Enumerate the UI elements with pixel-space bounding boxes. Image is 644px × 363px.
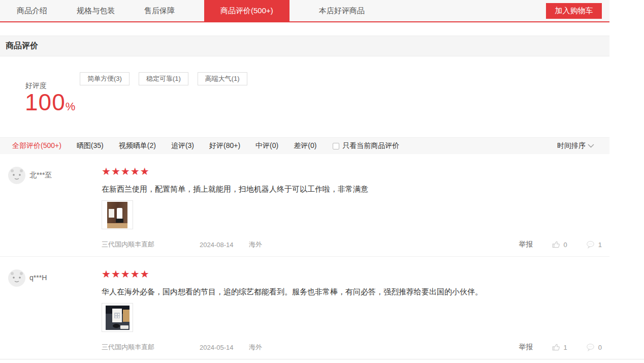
- like-button[interactable]: 0: [552, 240, 567, 249]
- report-button[interactable]: 举报: [519, 343, 533, 352]
- chevron-down-icon: [588, 144, 594, 148]
- filter-positive[interactable]: 好评(80+): [209, 141, 240, 150]
- comment-count: 1: [598, 241, 602, 249]
- review-tag[interactable]: 简单方便(3): [80, 72, 130, 85]
- reviewer-username: 北***至: [29, 171, 52, 180]
- only-current-product-toggle[interactable]: 只看当前商品评价: [333, 141, 399, 150]
- photo-detail: [109, 209, 114, 218]
- tab-product-reviews[interactable]: 商品评价(500+): [204, 0, 289, 21]
- review-photo: [107, 202, 127, 228]
- review-date: 2024-08-14: [200, 241, 249, 249]
- like-count: 0: [564, 241, 567, 249]
- add-to-cart-button[interactable]: 加入购物车: [546, 3, 602, 19]
- divider: [0, 359, 644, 359]
- star-rating: ★★★★★: [102, 166, 609, 177]
- filter-negative[interactable]: 差评(0): [294, 141, 316, 150]
- photo-detail: [116, 219, 123, 223]
- comment-count: 0: [598, 344, 602, 351]
- sort-label: 时间排序: [557, 141, 586, 150]
- like-button[interactable]: 1: [552, 343, 567, 352]
- review-location: 海外: [249, 343, 262, 352]
- photo-detail: [117, 208, 122, 220]
- product-variant: 三代国内顺丰直邮: [102, 240, 200, 249]
- photo-detail: [112, 309, 122, 322]
- star-rating: ★★★★★: [102, 268, 609, 280]
- nav-tabs: 商品介绍 规格与包装 售后保障 商品评价(500+) 本店好评商品: [0, 0, 365, 21]
- filter-with-photos[interactable]: 晒图(35): [77, 141, 104, 150]
- spacer: [0, 22, 609, 36]
- review-text: 华人在海外必备，国内想看的节目，追的综艺都能看到。服务也非常棒，有问必答，强烈推…: [102, 287, 609, 296]
- product-variant: 三代国内顺丰直邮: [102, 343, 200, 352]
- positive-rate-number: 100: [25, 89, 66, 115]
- filter-follow-up[interactable]: 追评(3): [171, 141, 194, 150]
- avatar: [8, 269, 26, 287]
- photo-detail: [120, 325, 128, 329]
- review-photo-thumbnail[interactable]: [102, 303, 133, 332]
- filter-with-videos[interactable]: 视频晒单(2): [119, 141, 156, 150]
- comment-bubble-icon: [586, 240, 595, 249]
- photo-detail: [123, 310, 130, 322]
- tab-store-top-products[interactable]: 本店好评商品: [319, 0, 365, 21]
- comment-button[interactable]: 0: [586, 343, 602, 352]
- positive-rate-percent-sign: %: [66, 100, 76, 113]
- review-photo-thumbnail[interactable]: [102, 200, 133, 229]
- only-current-product-label: 只看当前商品评价: [342, 141, 399, 150]
- review-photo: [106, 306, 130, 330]
- section-title: 商品评价: [0, 41, 38, 51]
- comment-bubble-icon: [586, 343, 595, 352]
- thumbs-up-icon: [552, 240, 561, 249]
- review-body: ★★★★★ 华人在海外必备，国内想看的节目，追的综艺都能看到。服务也非常棒，有问…: [102, 257, 609, 359]
- review-location: 海外: [249, 240, 262, 249]
- positive-rate-value: 100%: [25, 90, 75, 114]
- rating-summary: 好评度 100% 简单方便(3) 稳定可靠(1) 高端大气(1): [0, 56, 609, 137]
- review-body: ★★★★★ 在新西兰使用，配置简单，插上就能用，扫地机器人终于可以工作啦，非常满…: [102, 154, 609, 256]
- reviewer-username: q***H: [29, 274, 47, 282]
- reviews-section-header: 商品评价: [0, 36, 609, 56]
- product-page-nav: 商品介绍 规格与包装 售后保障 商品评价(500+) 本店好评商品 加入购物车: [0, 0, 609, 22]
- review-footer: 三代国内顺丰直邮 2024-05-14 海外 举报 1 0: [102, 343, 609, 352]
- photo-detail: [107, 223, 127, 228]
- review-tag[interactable]: 稳定可靠(1): [139, 72, 188, 85]
- review-item: q***H ★★★★★ 华人在海外必备，国内想看的节目，追的综艺都能看到。服务也…: [0, 256, 609, 359]
- tab-after-sales[interactable]: 售后保障: [144, 0, 175, 21]
- thumbs-up-icon: [552, 343, 561, 352]
- review-item: 北***至 ★★★★★ 在新西兰使用，配置简单，插上就能用，扫地机器人终于可以工…: [0, 154, 609, 256]
- filter-all-reviews[interactable]: 全部评价(500+): [12, 141, 61, 150]
- review-filter-bar: 全部评价(500+) 晒图(35) 视频晒单(2) 追评(3) 好评(80+) …: [0, 137, 609, 154]
- like-count: 1: [564, 344, 567, 351]
- review-tag[interactable]: 高端大气(1): [198, 72, 247, 85]
- report-button[interactable]: 举报: [519, 240, 533, 249]
- review-tags: 简单方便(3) 稳定可靠(1) 高端大气(1): [80, 72, 247, 85]
- review-footer: 三代国内顺丰直邮 2024-08-14 海外 举报 0 1: [102, 240, 609, 249]
- review-filter-tabs: 全部评价(500+) 晒图(35) 视频晒单(2) 追评(3) 好评(80+) …: [0, 141, 316, 150]
- only-current-product-checkbox[interactable]: [333, 143, 339, 149]
- review-text: 在新西兰使用，配置简单，插上就能用，扫地机器人终于可以工作啦，非常满意: [102, 184, 609, 194]
- tab-product-intro[interactable]: 商品介绍: [17, 0, 47, 21]
- filter-neutral[interactable]: 中评(0): [255, 141, 278, 150]
- photo-detail: [113, 324, 120, 328]
- avatar: [8, 166, 26, 185]
- comment-button[interactable]: 1: [586, 240, 602, 249]
- tab-specs-packaging[interactable]: 规格与包装: [77, 0, 115, 21]
- review-date: 2024-05-14: [200, 344, 249, 351]
- sort-by-time[interactable]: 时间排序: [557, 141, 609, 150]
